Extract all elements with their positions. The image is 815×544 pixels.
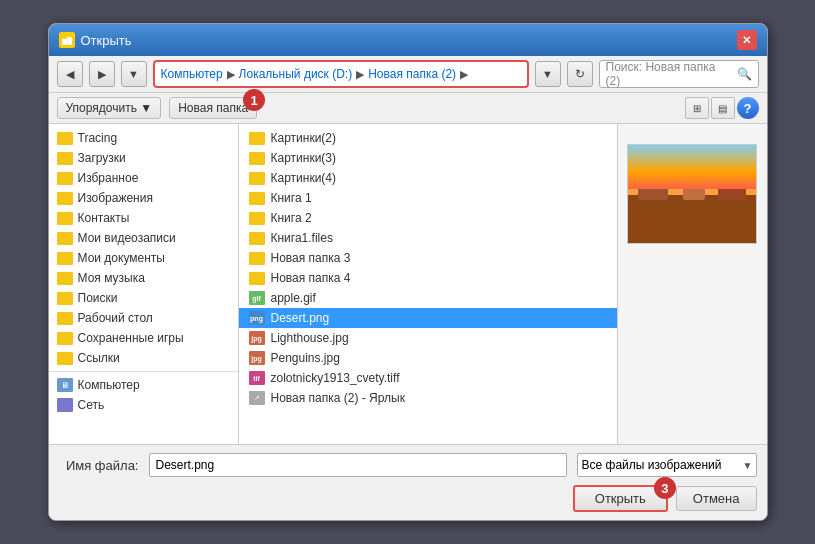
file-item[interactable]: Картинки(3) — [239, 148, 617, 168]
path-segment-2[interactable]: Локальный диск (D:) — [239, 67, 353, 81]
gif-icon: gif — [249, 291, 265, 305]
left-panel-item[interactable]: Изображения — [49, 188, 238, 208]
file-item[interactable]: Книга 2 — [239, 208, 617, 228]
filename-row: Имя файла: Все файлы изображений ▼ — [59, 453, 757, 477]
folder-icon — [57, 132, 73, 145]
svg-rect-9 — [718, 170, 746, 200]
folder-icon — [249, 152, 265, 165]
forward-button[interactable]: ▶ — [89, 61, 115, 87]
file-item-label: Новая папка (2) - Ярлык — [271, 391, 405, 405]
filetype-wrapper: Все файлы изображений ▼ — [577, 453, 757, 477]
close-button[interactable]: ✕ — [737, 30, 757, 50]
left-item-label: Мои документы — [78, 251, 165, 265]
folder-icon — [57, 192, 73, 205]
file-item[interactable]: tifzolotnicky1913_cvety.tiff — [239, 368, 617, 388]
left-panel-item[interactable]: Моя музыка — [49, 268, 238, 288]
left-panel-item[interactable]: Сеть — [49, 395, 238, 415]
jpg-icon: jpg — [249, 351, 265, 365]
left-panel-item[interactable]: Мои документы — [49, 248, 238, 268]
folder-icon — [57, 212, 73, 225]
left-panel: TracingЗагрузкиИзбранноеИзображенияКонта… — [49, 124, 239, 444]
open-dialog: Открыть ✕ ◀ ▶ ▼ Компьютер ▶ Локальный ди… — [48, 23, 768, 521]
folder-icon — [249, 232, 265, 245]
view-list-button[interactable]: ▤ — [711, 97, 735, 119]
file-item[interactable]: jpgPenguins.jpg — [239, 348, 617, 368]
folder-icon — [249, 212, 265, 225]
svg-rect-2 — [628, 145, 757, 195]
file-item[interactable]: Новая папка 4 — [239, 268, 617, 288]
cancel-button[interactable]: Отмена — [676, 486, 757, 511]
search-bar[interactable]: Поиск: Новая папка (2) 🔍 — [599, 60, 759, 88]
left-item-label: Избранное — [78, 171, 139, 185]
file-item[interactable]: Книга 1 — [239, 188, 617, 208]
left-panel-item[interactable]: 🖥Компьютер — [49, 375, 238, 395]
left-panel-item[interactable]: Рабочий стол — [49, 308, 238, 328]
up-button[interactable]: ▼ — [121, 61, 147, 87]
file-item[interactable]: ↗Новая папка (2) - Ярлык — [239, 388, 617, 408]
path-arrow-1: ▶ — [227, 68, 235, 81]
view-buttons: ⊞ ▤ ? — [685, 97, 759, 119]
left-panel-item[interactable]: Tracing — [49, 128, 238, 148]
file-item[interactable]: Картинки(4) — [239, 168, 617, 188]
left-panel-item[interactable]: Сохраненные игры — [49, 328, 238, 348]
back-button[interactable]: ◀ — [57, 61, 83, 87]
file-item[interactable]: jpgLighthouse.jpg — [239, 328, 617, 348]
folder-icon — [57, 252, 73, 265]
buttons-row: Открыть 3 Отмена — [59, 485, 757, 512]
svg-rect-5 — [638, 165, 668, 200]
open-button-wrapper: Открыть 3 — [573, 485, 668, 512]
left-panel-item[interactable]: Избранное — [49, 168, 238, 188]
preview-image — [627, 144, 757, 244]
computer-icon: 🖥 — [57, 378, 73, 392]
file-item-label: Картинки(3) — [271, 151, 337, 165]
path-bar[interactable]: Компьютер ▶ Локальный диск (D:) ▶ Новая … — [153, 60, 529, 88]
folder-icon — [57, 352, 73, 365]
tif-icon: tif — [249, 371, 265, 385]
left-item-label: Сеть — [78, 398, 105, 412]
search-icon: 🔍 — [737, 67, 752, 81]
separator — [49, 371, 238, 372]
title-bar: Открыть ✕ — [49, 24, 767, 56]
path-segment-3[interactable]: Новая папка (2) — [368, 67, 456, 81]
file-item[interactable]: pngDesert.png — [239, 308, 617, 328]
file-item[interactable]: Новая папка 3 — [239, 248, 617, 268]
filename-input[interactable] — [149, 453, 567, 477]
svg-rect-8 — [685, 157, 703, 164]
badge-1: 1 — [243, 89, 265, 111]
left-panel-item[interactable]: Контакты — [49, 208, 238, 228]
svg-rect-4 — [628, 195, 757, 244]
file-item-label: Новая папка 3 — [271, 251, 351, 265]
file-item[interactable]: Картинки(2) — [239, 128, 617, 148]
png-icon: png — [249, 311, 265, 325]
folder-icon — [249, 132, 265, 145]
left-panel-item[interactable]: Мои видеозаписи — [49, 228, 238, 248]
left-panel-item[interactable]: Ссылки — [49, 348, 238, 368]
main-content: TracingЗагрузкиИзбранноеИзображенияКонта… — [49, 124, 767, 444]
filename-label: Имя файла: — [59, 458, 139, 473]
filetype-select[interactable]: Все файлы изображений — [577, 453, 757, 477]
help-button[interactable]: ? — [737, 97, 759, 119]
path-arrow-2: ▶ — [356, 68, 364, 81]
left-panel-item[interactable]: Загрузки — [49, 148, 238, 168]
dialog-title: Открыть — [81, 33, 132, 48]
file-item-label: Новая папка 4 — [271, 271, 351, 285]
path-segment-1[interactable]: Компьютер — [161, 67, 223, 81]
left-item-label: Изображения — [78, 191, 153, 205]
svg-rect-6 — [640, 163, 666, 171]
organize-button[interactable]: Упорядочить ▼ — [57, 97, 162, 119]
left-panel-item[interactable]: Поиски — [49, 288, 238, 308]
view-tiles-button[interactable]: ⊞ — [685, 97, 709, 119]
svg-rect-1 — [62, 37, 67, 39]
folder-icon — [57, 152, 73, 165]
folder-icon — [249, 192, 265, 205]
file-item[interactable]: Книга1.files — [239, 228, 617, 248]
file-item[interactable]: gifapple.gif — [239, 288, 617, 308]
refresh-button[interactable]: ↻ — [567, 61, 593, 87]
folder-icon — [57, 272, 73, 285]
folder-icon — [57, 292, 73, 305]
file-item-label: Картинки(4) — [271, 171, 337, 185]
new-folder-wrapper: Новая папка 1 — [169, 97, 257, 119]
folder-icon — [249, 252, 265, 265]
file-panel: Картинки(2)Картинки(3)Картинки(4)Книга 1… — [239, 124, 617, 444]
path-dropdown-button[interactable]: ▼ — [535, 61, 561, 87]
